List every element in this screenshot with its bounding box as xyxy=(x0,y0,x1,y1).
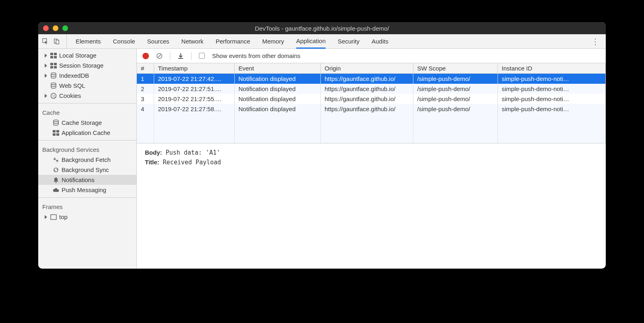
sidebar-item-cookies[interactable]: Cookies xyxy=(38,91,136,101)
body-label: Body: xyxy=(145,149,162,156)
svg-rect-5 xyxy=(50,56,53,58)
table-row[interactable]: 22019-07-22 21:27:51.…Notification displ… xyxy=(137,84,606,94)
table-row[interactable]: 42019-07-22 21:27:58.…Notification displ… xyxy=(137,104,606,114)
svg-line-26 xyxy=(158,54,161,58)
sidebar-item-label: top xyxy=(59,213,68,220)
body-value: Push data: 'A1' xyxy=(166,149,220,156)
tab-memory[interactable]: Memory xyxy=(262,34,284,48)
svg-point-23 xyxy=(56,182,57,183)
cell-ts: 2019-07-22 21:27:42.… xyxy=(154,74,234,84)
inspect-icon[interactable] xyxy=(42,38,49,45)
svg-rect-4 xyxy=(54,53,57,55)
events-table: #TimestampEventOriginSW ScopeInstance ID… xyxy=(137,63,606,143)
col-header-sw-scope[interactable]: SW Scope xyxy=(413,63,497,74)
cell-ev: Notification displayed xyxy=(234,104,320,114)
cell-sw: /simple-push-demo/ xyxy=(413,84,497,94)
grid-icon xyxy=(50,62,57,69)
window-title: DevTools - gauntface.github.io/simple-pu… xyxy=(38,25,606,32)
cell-ts: 2019-07-22 21:27:58.… xyxy=(154,104,234,114)
svg-rect-3 xyxy=(50,53,53,55)
kebab-menu-icon[interactable]: ⋮ xyxy=(589,37,602,46)
cell-sw: /simple-push-demo/ xyxy=(413,74,497,84)
expand-icon[interactable] xyxy=(45,64,47,68)
db-icon xyxy=(50,72,57,79)
device-icon[interactable] xyxy=(54,38,60,45)
svg-point-14 xyxy=(52,94,53,95)
svg-rect-21 xyxy=(53,133,56,136)
sidebar-item-local-storage[interactable]: Local Storage xyxy=(38,50,136,60)
sidebar-item-top[interactable]: top xyxy=(38,212,136,222)
cell-or: https://gauntface.github.io/ xyxy=(320,74,413,84)
tab-elements[interactable]: Elements xyxy=(76,34,101,48)
frame-icon xyxy=(50,214,57,220)
tab-security[interactable]: Security xyxy=(338,34,359,48)
svg-rect-19 xyxy=(53,130,56,133)
cell-or: https://gauntface.github.io/ xyxy=(320,84,413,94)
show-other-domains-checkbox[interactable] xyxy=(199,53,205,59)
tab-network[interactable]: Network xyxy=(182,34,204,48)
svg-point-16 xyxy=(53,96,54,97)
svg-rect-9 xyxy=(50,66,53,68)
main-panel: Show events from other domains #Timestam… xyxy=(137,49,606,269)
expand-icon[interactable] xyxy=(45,94,47,98)
sidebar-item-background-sync[interactable]: Background Sync xyxy=(38,165,136,175)
svg-point-17 xyxy=(54,97,55,97)
titlebar: DevTools - gauntface.github.io/simple-pu… xyxy=(38,22,606,34)
tab-sources[interactable]: Sources xyxy=(147,34,169,48)
expand-icon[interactable] xyxy=(45,54,47,58)
title-value: Received Payload xyxy=(163,159,221,166)
bell-icon xyxy=(53,177,59,183)
sidebar-item-label: Web SQL xyxy=(59,82,85,89)
col-header-event[interactable]: Event xyxy=(234,63,320,74)
sidebar-item-application-cache[interactable]: Application Cache xyxy=(38,128,136,138)
db-icon xyxy=(50,83,57,89)
grid-icon xyxy=(53,130,59,136)
sidebar-item-web-sql[interactable]: Web SQL xyxy=(38,81,136,91)
cell-ev: Notification displayed xyxy=(234,74,320,84)
col-header--[interactable]: # xyxy=(137,63,154,74)
sidebar-item-label: Application Cache xyxy=(62,129,110,136)
col-header-instance-id[interactable]: Instance ID xyxy=(497,63,606,74)
download-icon[interactable] xyxy=(178,53,184,59)
svg-point-15 xyxy=(54,95,55,95)
cell-id: simple-push-demo-noti… xyxy=(497,94,606,104)
table-row[interactable]: 32019-07-22 21:27:55.…Notification displ… xyxy=(137,94,606,104)
col-header-origin[interactable]: Origin xyxy=(320,63,413,74)
cell-or: https://gauntface.github.io/ xyxy=(320,94,413,104)
svg-rect-24 xyxy=(51,215,56,219)
sidebar-item-label: Session Storage xyxy=(59,62,103,69)
svg-rect-2 xyxy=(56,40,59,44)
svg-rect-20 xyxy=(56,130,59,133)
cell-n: 2 xyxy=(137,84,154,94)
sidebar-item-cache-storage[interactable]: Cache Storage xyxy=(38,118,136,128)
cell-ts: 2019-07-22 21:27:55.… xyxy=(154,94,234,104)
cell-or: https://gauntface.github.io/ xyxy=(320,104,413,114)
record-button-icon[interactable] xyxy=(142,53,149,59)
svg-rect-7 xyxy=(50,63,53,65)
cell-n: 1 xyxy=(137,74,154,84)
sidebar-item-label: Background Sync xyxy=(62,166,109,173)
svg-point-11 xyxy=(51,72,56,74)
cell-n: 3 xyxy=(137,94,154,104)
tab-performance[interactable]: Performance xyxy=(216,34,250,48)
cell-ev: Notification displayed xyxy=(234,84,320,94)
cell-ev: Notification displayed xyxy=(234,94,320,104)
expand-icon[interactable] xyxy=(45,215,47,219)
sidebar-item-label: Background Fetch xyxy=(62,156,111,163)
table-row[interactable]: 12019-07-22 21:27:42.…Notification displ… xyxy=(137,74,606,84)
clear-icon[interactable] xyxy=(156,53,163,59)
sidebar-item-label: Push Messaging xyxy=(62,186,106,193)
svg-rect-8 xyxy=(54,63,57,65)
sidebar-section-frames: Frames xyxy=(38,200,136,212)
sidebar-item-background-fetch[interactable]: Background Fetch xyxy=(38,155,136,165)
sidebar-item-push-messaging[interactable]: Push Messaging xyxy=(38,185,136,195)
devtools-tabbar: ElementsConsoleSourcesNetworkPerformance… xyxy=(38,34,606,49)
expand-icon[interactable] xyxy=(45,74,47,78)
tab-application[interactable]: Application xyxy=(296,35,326,49)
col-header-timestamp[interactable]: Timestamp xyxy=(154,63,234,74)
tab-audits[interactable]: Audits xyxy=(372,34,388,48)
tab-console[interactable]: Console xyxy=(113,34,135,48)
sidebar-item-indexeddb[interactable]: IndexedDB xyxy=(38,70,136,81)
sidebar-item-session-storage[interactable]: Session Storage xyxy=(38,60,136,70)
sidebar-item-notifications[interactable]: Notifications xyxy=(38,175,136,185)
